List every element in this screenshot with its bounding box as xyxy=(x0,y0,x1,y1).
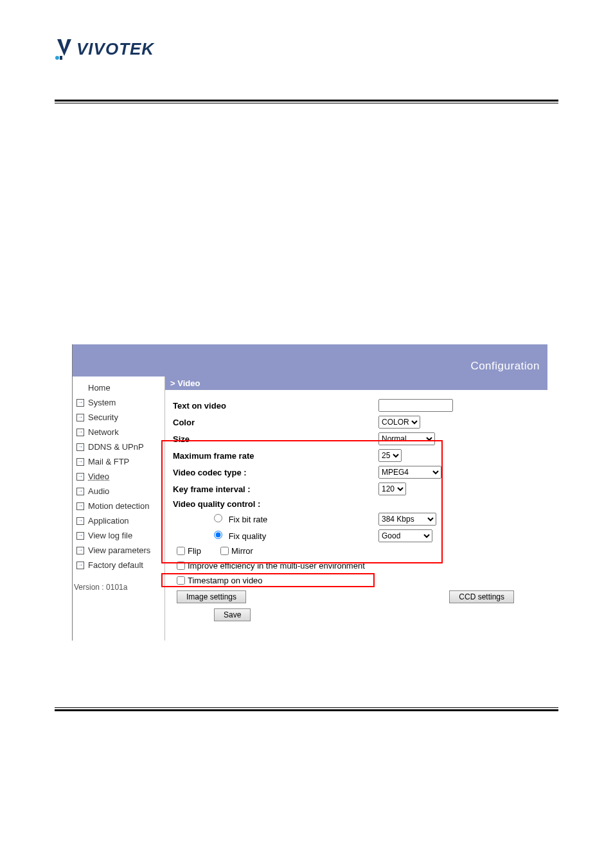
svg-rect-1 xyxy=(60,56,62,60)
svg-point-0 xyxy=(55,56,59,60)
fix-bitrate-label: Fix bit rate xyxy=(229,515,268,524)
sidebar-item-application[interactable]: → Application xyxy=(73,513,164,528)
main-content: > Video Text on video Color COLOR Size N… xyxy=(165,376,547,641)
sidebar-item-label: Home xyxy=(88,383,111,393)
arrow-icon: → xyxy=(76,532,84,540)
sidebar-item-system[interactable]: → System xyxy=(73,395,164,410)
codec-label: Video codec type : xyxy=(173,468,378,477)
fix-quality-select[interactable]: Good xyxy=(378,529,432,542)
fix-quality-label: Fix quality xyxy=(229,531,267,541)
logo-text: VIVOTEK xyxy=(76,39,154,59)
sidebar-item-label: Motion detection xyxy=(88,501,149,511)
max-frame-rate-label: Maximum frame rate xyxy=(173,451,378,461)
version-label: Version : 0101a xyxy=(73,572,164,602)
section-title: > Video xyxy=(165,376,547,390)
sidebar-item-label: Audio xyxy=(88,486,109,496)
text-on-video-label: Text on video xyxy=(173,401,378,411)
sidebar-item-audio[interactable]: → Audio xyxy=(73,484,164,499)
flip-checkbox[interactable] xyxy=(177,547,185,555)
color-label: Color xyxy=(173,418,378,427)
flip-label: Flip xyxy=(188,546,201,556)
logo: VIVOTEK xyxy=(55,35,154,62)
arrow-icon: → xyxy=(76,562,84,569)
sidebar-item-label: View log file xyxy=(88,531,132,540)
configuration-header: Configuration xyxy=(73,344,547,376)
sidebar-item-motion-detection[interactable]: → Motion detection xyxy=(73,499,164,513)
size-label: Size xyxy=(173,434,378,444)
hr-top xyxy=(55,100,558,103)
fix-quality-radio[interactable] xyxy=(214,531,222,539)
page-title: Configuration xyxy=(470,360,540,373)
sidebar-item-ddns-upnp[interactable]: → DDNS & UPnP xyxy=(73,439,164,454)
sidebar-item-view-log-file[interactable]: → View log file xyxy=(73,528,164,543)
ccd-settings-button[interactable]: CCD settings xyxy=(449,590,514,603)
improve-efficiency-label: Improve efficiency in the multi-user env… xyxy=(188,561,365,571)
key-frame-select[interactable]: 120 xyxy=(378,483,406,495)
arrow-icon: → xyxy=(76,443,84,451)
arrow-icon: → xyxy=(76,502,84,510)
vivotek-logo-icon xyxy=(55,35,74,62)
size-select[interactable]: Normal xyxy=(378,432,435,445)
sidebar-item-factory-default[interactable]: → Factory default xyxy=(73,558,164,572)
arrow-icon: → xyxy=(76,488,84,495)
sidebar-item-label: DDNS & UPnP xyxy=(88,442,144,452)
sidebar-item-network[interactable]: → Network xyxy=(73,425,164,439)
flip-checkbox-wrap[interactable]: Flip xyxy=(177,546,201,556)
mirror-checkbox-wrap[interactable]: Mirror xyxy=(220,546,253,556)
fix-bitrate-select[interactable]: 384 Kbps xyxy=(378,513,436,526)
sidebar-item-label: Application xyxy=(88,516,129,526)
max-frame-rate-select[interactable]: 25 xyxy=(378,449,402,462)
sidebar-item-home[interactable]: Home xyxy=(73,376,164,395)
text-on-video-input[interactable] xyxy=(378,399,453,412)
arrow-icon: → xyxy=(76,517,84,525)
sidebar-item-label: Mail & FTP xyxy=(88,457,129,466)
arrow-icon: → xyxy=(76,458,84,466)
arrow-icon: → xyxy=(76,399,84,407)
sidebar-item-label: Factory default xyxy=(88,560,143,570)
codec-select[interactable]: MPEG4 xyxy=(378,466,441,479)
arrow-icon: → xyxy=(76,547,84,554)
sidebar-item-view-parameters[interactable]: → View parameters xyxy=(73,543,164,558)
mirror-label: Mirror xyxy=(231,546,253,556)
save-button[interactable]: Save xyxy=(214,608,251,621)
color-select[interactable]: COLOR xyxy=(378,416,420,429)
timestamp-label: Timestamp on video xyxy=(188,576,263,585)
fix-quality-option[interactable]: Fix quality xyxy=(173,531,378,541)
sidebar-item-security[interactable]: → Security xyxy=(73,410,164,425)
sidebar-item-mail-ftp[interactable]: → Mail & FTP xyxy=(73,454,164,469)
fix-bitrate-radio[interactable] xyxy=(214,514,222,522)
sidebar-item-label: Video xyxy=(88,472,109,481)
sidebar-item-label: System xyxy=(88,398,116,407)
timestamp-checkbox[interactable] xyxy=(177,576,185,585)
sidebar-item-label: Security xyxy=(88,412,118,422)
image-settings-button[interactable]: Image settings xyxy=(177,590,246,603)
arrow-icon: → xyxy=(76,414,84,421)
improve-efficiency-checkbox[interactable] xyxy=(177,562,185,570)
arrow-icon: → xyxy=(76,473,84,481)
sidebar-item-label: Network xyxy=(88,427,119,437)
fix-bitrate-option[interactable]: Fix bit rate xyxy=(173,514,378,524)
key-frame-label: Key frame interval : xyxy=(173,484,378,494)
hr-bottom xyxy=(55,707,558,711)
sidebar-item-video[interactable]: → Video xyxy=(73,469,164,484)
arrow-icon: → xyxy=(76,429,84,436)
mirror-checkbox[interactable] xyxy=(220,547,229,555)
sidebar-item-label: View parameters xyxy=(88,545,150,555)
video-quality-control-label: Video quality control : xyxy=(173,499,378,509)
configuration-panel: Configuration Home → System → Security →… xyxy=(72,344,547,641)
sidebar: Home → System → Security → Network → DDN… xyxy=(73,376,165,641)
